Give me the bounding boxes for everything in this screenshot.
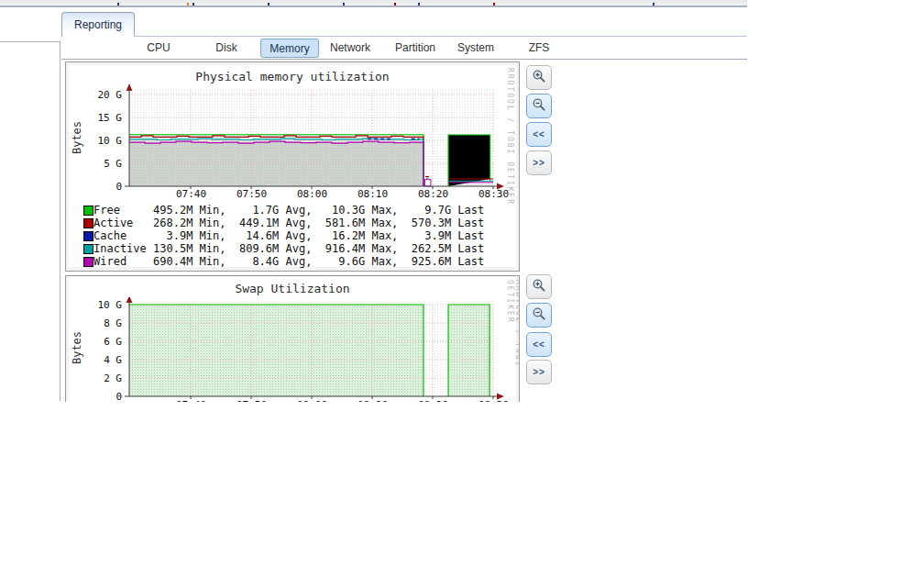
subtab-disk[interactable]: Disk xyxy=(215,40,236,55)
x-tick-label: 08:00 xyxy=(297,188,327,200)
step-forward-label: >> xyxy=(533,368,545,377)
y-tick-label: 6 G xyxy=(87,336,122,348)
x-tick-label: 08:10 xyxy=(358,188,388,200)
rrdtool-attribution: RRDTOOL / TOBI OETIKER xyxy=(506,280,520,402)
step-forward-label: >> xyxy=(533,159,545,168)
y-tick-label: 4 G xyxy=(87,354,122,366)
legend-values: Cache 3.9M Min, 14.6M Avg, 16.2M Max, 3.… xyxy=(94,229,484,242)
y-tick-label: 0 xyxy=(87,391,122,402)
legend-swatch xyxy=(83,206,94,216)
memory-graph-panel: Physical memory utilization Bytes 20 G15… xyxy=(65,61,520,272)
step-forward-button[interactable]: >> xyxy=(526,360,552,384)
y-tick-label: 5 G xyxy=(87,158,122,170)
step-forward-button[interactable]: >> xyxy=(526,150,552,175)
y-tick-label: 10 G xyxy=(87,135,122,147)
legend-values: Free 495.2M Min, 1.7G Avg, 10.3G Max, 9.… xyxy=(94,204,484,217)
memory-graph-image: Physical memory utilization Bytes 20 G15… xyxy=(69,65,516,267)
step-back-button[interactable]: << xyxy=(526,122,552,147)
zoom-in-button[interactable] xyxy=(526,65,552,90)
zoom-out-button[interactable] xyxy=(526,94,552,118)
subtab-cpu[interactable]: CPU xyxy=(147,40,170,55)
zoom-in-button[interactable] xyxy=(526,274,552,299)
x-tick-label: 08:00 xyxy=(297,399,327,402)
subtab-memory-active[interactable]: Memory xyxy=(260,39,319,58)
subtab-partition[interactable]: Partition xyxy=(395,40,435,55)
magnifier-minus-icon xyxy=(532,97,546,116)
subtab-network[interactable]: Network xyxy=(330,40,370,55)
memory-graph-ylabel: Bytes xyxy=(71,110,83,165)
swap-graph-ylabel: Bytes xyxy=(71,320,83,375)
legend-swatch xyxy=(83,231,94,241)
step-back-label: << xyxy=(533,340,545,350)
memory-graph-plot xyxy=(120,83,516,195)
memory-graph-title: Physical memory utilization xyxy=(69,70,516,83)
y-tick-label: 20 G xyxy=(87,89,122,101)
y-tick-label: 8 G xyxy=(87,317,122,329)
rrdtool-attribution: RRDTOOL / TOBI OETIKER xyxy=(506,68,514,206)
reporting-subtab-bar: CPU Disk Memory Network Partition System… xyxy=(61,37,747,60)
legend-values: Active 268.2M Min, 449.1M Avg, 581.6M Ma… xyxy=(94,217,484,229)
x-tick-label: 08:30 xyxy=(478,399,509,402)
tab-reporting[interactable]: Reporting xyxy=(61,12,135,37)
step-back-label: << xyxy=(533,130,545,139)
x-tick-label: 08:10 xyxy=(358,399,388,402)
step-back-button[interactable]: << xyxy=(526,332,552,357)
x-tick-label: 07:50 xyxy=(236,188,267,200)
tab-reporting-label: Reporting xyxy=(74,18,122,31)
magnifier-minus-icon xyxy=(532,306,546,325)
magnifier-plus-icon xyxy=(532,278,546,296)
swap-graph-plot xyxy=(120,297,516,402)
legend-swatch xyxy=(83,257,94,267)
subtab-system[interactable]: System xyxy=(457,40,494,55)
y-tick-label: 0 xyxy=(87,181,122,193)
window-toolbar-remnant xyxy=(0,0,747,7)
zoom-out-button[interactable] xyxy=(526,303,552,328)
x-tick-label: 08:30 xyxy=(478,188,509,200)
left-panel-top-border xyxy=(0,41,60,42)
left-panel-divider xyxy=(60,41,60,401)
x-tick-label: 07:40 xyxy=(176,399,206,402)
y-tick-label: 2 G xyxy=(87,372,122,384)
x-tick-label: 07:50 xyxy=(236,399,267,402)
legend-values: Inactive 130.5M Min, 809.6M Avg, 916.4M … xyxy=(94,242,484,255)
x-tick-label: 08:20 xyxy=(418,399,448,402)
swap-graph-image: Swap Utilization Bytes 10 G8 G6 G4 G2 G0… xyxy=(69,277,516,402)
subtab-zfs[interactable]: ZFS xyxy=(529,40,550,55)
legend-swatch xyxy=(83,218,94,228)
y-tick-label: 10 G xyxy=(87,299,122,311)
magnifier-plus-icon xyxy=(532,69,546,87)
subtab-memory-label: Memory xyxy=(270,42,309,55)
x-tick-label: 08:20 xyxy=(418,188,448,200)
legend-values: Wired 690.4M Min, 8.4G Avg, 9.6G Max, 92… xyxy=(94,255,484,268)
legend-swatch xyxy=(83,244,94,254)
swap-graph-title: Swap Utilization xyxy=(69,282,516,295)
y-tick-label: 15 G xyxy=(87,112,122,124)
x-tick-label: 07:40 xyxy=(176,188,206,200)
swap-graph-panel: Swap Utilization Bytes 10 G8 G6 G4 G2 G0… xyxy=(65,275,520,402)
